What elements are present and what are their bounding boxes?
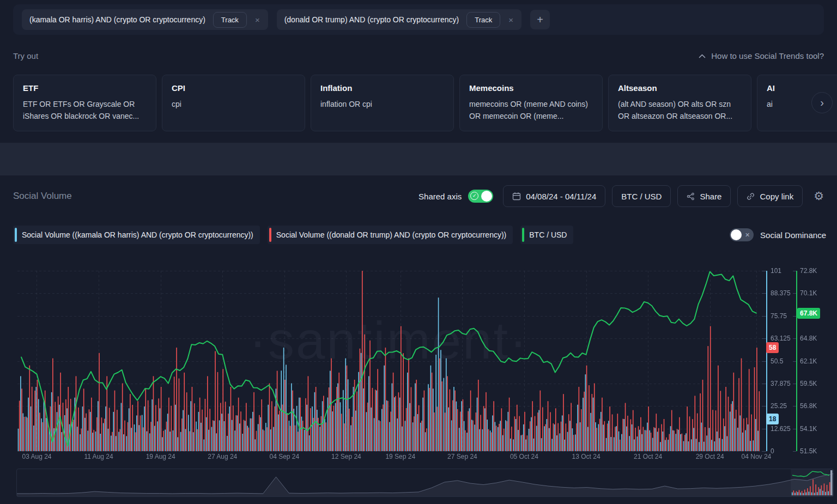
share-icon	[687, 192, 695, 201]
x-axis-tick-label: 12 Sep 24	[331, 453, 361, 460]
try-out-card[interactable]: Memecoinsmemecoins OR (meme AND coins) O…	[459, 75, 603, 131]
query-chips: (kamala OR harris) AND (crypto OR crypto…	[22, 9, 521, 30]
legend-row: Social Volume ((kamala OR harris) AND (c…	[13, 226, 826, 244]
section-divider-band	[0, 143, 837, 175]
asset-pair-button[interactable]: BTC / USD	[612, 185, 671, 207]
cross-icon: ✕	[745, 230, 750, 239]
x-axis-tick-label: 21 Oct 24	[634, 453, 662, 460]
y-axis-tick-label: 70.1K	[800, 289, 817, 297]
timeline-navigator[interactable]	[16, 469, 834, 497]
try-out-card[interactable]: ETFETF OR ETFs OR Grayscale OR iShares O…	[13, 75, 156, 131]
card-query: ETF OR ETFs OR Grayscale OR iShares OR b…	[23, 99, 147, 122]
x-axis-tick-label: 13 Oct 24	[572, 453, 601, 460]
social-trends-page: (kamala OR harris) AND (crypto OR crypto…	[0, 0, 837, 504]
shared-axis-toggle[interactable]: ✓	[468, 190, 493, 203]
social-dominance-label: Social Dominance	[760, 230, 826, 240]
chevron-up-icon	[699, 54, 706, 58]
social-dominance-control: ✕ Social Dominance	[730, 228, 826, 241]
y-axis-tick-label: 62.1K	[800, 357, 817, 366]
shared-axis-label: Shared axis	[418, 192, 462, 201]
try-out-card[interactable]: Altseason(alt AND season) OR alts OR szn…	[608, 75, 751, 131]
link-icon	[747, 192, 755, 201]
toggle-knob	[731, 229, 742, 240]
chart-controls: Shared axis ✓ 04/08/24 - 04/11/24 BTC / …	[418, 185, 824, 207]
chart-title: Social Volume	[13, 191, 72, 202]
legend-label: Social Volume ((kamala OR harris) AND (c…	[22, 230, 253, 239]
add-query-button[interactable]: +	[530, 10, 550, 29]
card-query: inflation OR cpi	[320, 99, 444, 111]
track-button[interactable]: Track	[466, 12, 500, 28]
legend-label: Social Volume ((donald OR trump) AND (cr…	[276, 230, 506, 239]
date-range-button[interactable]: 04/08/24 - 04/11/24	[503, 185, 605, 207]
main-chart-canvas[interactable]	[0, 266, 837, 457]
try-out-header: Try out How to use Social Trends tool?	[13, 51, 824, 60]
legend-items: Social Volume ((kamala OR harris) AND (c…	[13, 226, 573, 244]
axis-value-badge: 18	[766, 414, 779, 424]
y-axis-tick-label: 54.1K	[800, 424, 817, 433]
axis-value-badge: 67.8K	[797, 308, 820, 319]
try-out-card[interactable]: CPIcpi	[162, 75, 305, 131]
chevron-right-icon: ›	[820, 96, 824, 109]
x-axis-tick-label: 03 Aug 24	[22, 453, 51, 460]
right-axis-line	[796, 271, 797, 451]
y-axis-tick-label: 75.75	[771, 312, 787, 320]
y-axis-tick-label: 72.8K	[800, 266, 817, 275]
copy-link-button[interactable]: Copy link	[737, 185, 803, 207]
query-chip: (kamala OR harris) AND (crypto OR crypto…	[22, 9, 268, 30]
card-title: AI	[767, 83, 837, 93]
legend-item[interactable]: Social Volume ((donald OR trump) AND (cr…	[268, 226, 513, 244]
y-axis-tick-label: 64.8K	[800, 334, 817, 343]
try-out-card[interactable]: Inflationinflation OR cpi	[311, 75, 454, 131]
y-axis-tick-label: 88.375	[771, 289, 791, 297]
y-axis-tick-label: 12.625	[771, 424, 791, 433]
try-out-cards: ETFETF OR ETFs OR Grayscale OR iShares O…	[13, 75, 837, 131]
try-out-label: Try out	[13, 51, 38, 60]
card-title: Altseason	[618, 83, 742, 93]
query-text: (kamala OR harris) AND (crypto OR crypto…	[29, 15, 205, 24]
x-axis-tick-label: 29 Oct 24	[696, 453, 724, 460]
card-title: Inflation	[320, 83, 444, 93]
x-axis-tick-label: 04 Nov 24	[742, 453, 772, 460]
chart-header: Social Volume Shared axis ✓ 04/08/24 - 0…	[13, 185, 824, 207]
share-button[interactable]: Share	[677, 185, 731, 207]
date-range-value: 04/08/24 - 04/11/24	[526, 192, 596, 201]
x-axis-tick-label: 27 Aug 24	[208, 453, 237, 460]
x-axis-tick-label: 19 Sep 24	[385, 453, 415, 460]
close-icon[interactable]: ×	[504, 15, 518, 25]
toggle-knob	[481, 191, 492, 202]
social-dominance-toggle[interactable]: ✕	[730, 228, 754, 241]
y-axis-tick-label: 101	[771, 266, 781, 275]
calendar-icon	[512, 192, 521, 201]
share-label: Share	[700, 192, 721, 201]
card-query: memecoins OR (meme AND coins) OR memecoi…	[469, 99, 593, 122]
check-icon: ✓	[470, 192, 478, 200]
how-to-use-label: How to use Social Trends tool?	[711, 51, 824, 60]
close-icon[interactable]: ×	[250, 15, 265, 25]
query-chip: (donald OR trump) AND (crypto OR cryptoc…	[277, 9, 521, 30]
axis-value-badge: 58	[766, 342, 779, 353]
plus-icon: +	[537, 14, 543, 26]
y-axis-tick-label: 51.5K	[800, 447, 817, 456]
y-axis-tick-label: 50.5	[771, 357, 783, 366]
navigator-canvas[interactable]	[17, 469, 833, 496]
query-bar: (kamala OR harris) AND (crypto OR crypto…	[13, 4, 824, 35]
x-axis-tick-label: 27 Sep 24	[447, 453, 477, 460]
card-query: (alt AND season) OR alts OR szn OR altse…	[618, 99, 742, 122]
settings-gear-icon[interactable]: ⚙	[814, 190, 824, 203]
copy-link-label: Copy link	[760, 192, 793, 201]
legend-label: BTC / USD	[529, 230, 567, 239]
legend-color-bar	[522, 228, 524, 242]
x-axis-tick-label: 11 Aug 24	[84, 453, 113, 460]
y-axis-tick-label: 56.8K	[800, 402, 817, 410]
track-button[interactable]: Track	[213, 12, 247, 28]
how-to-use-link[interactable]: How to use Social Trends tool?	[699, 51, 824, 60]
legend-item[interactable]: BTC / USD	[520, 226, 573, 244]
legend-color-bar	[15, 228, 17, 242]
x-axis-tick-label: 05 Oct 24	[510, 453, 538, 460]
query-text: (donald OR trump) AND (crypto OR cryptoc…	[284, 15, 459, 24]
scroll-cards-button[interactable]: ›	[811, 92, 833, 113]
y-axis-tick-label: 63.125	[771, 334, 791, 343]
y-axis-tick-label: 59.5K	[800, 379, 817, 388]
asset-pair-label: BTC / USD	[621, 192, 662, 201]
legend-item[interactable]: Social Volume ((kamala OR harris) AND (c…	[13, 226, 260, 244]
